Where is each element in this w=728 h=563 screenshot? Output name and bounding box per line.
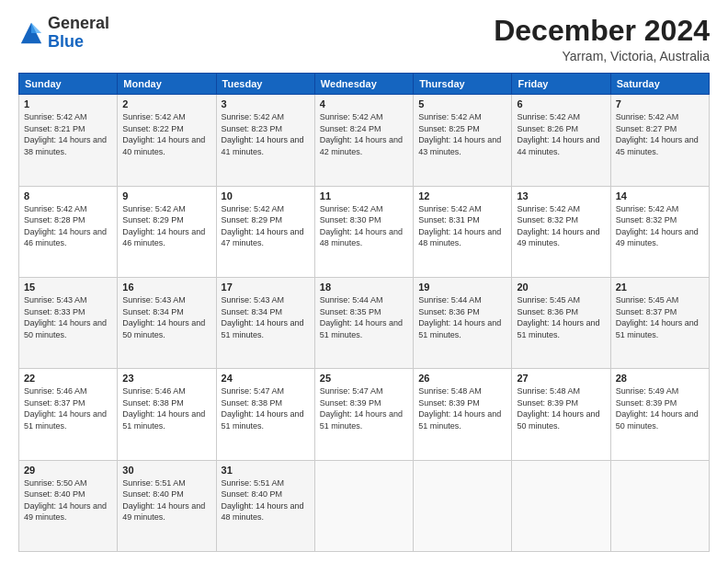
table-row: 5 Sunrise: 5:42 AMSunset: 8:25 PMDayligh… <box>414 95 512 186</box>
table-row: 27 Sunrise: 5:48 AMSunset: 8:39 PMDaylig… <box>512 369 610 460</box>
table-row: 2 Sunrise: 5:42 AMSunset: 8:22 PMDayligh… <box>118 95 216 186</box>
table-row: 20 Sunrise: 5:45 AMSunset: 8:36 PMDaylig… <box>512 277 610 368</box>
table-row: 22 Sunrise: 5:46 AMSunset: 8:37 PMDaylig… <box>19 369 118 460</box>
table-row: 24 Sunrise: 5:47 AMSunset: 8:38 PMDaylig… <box>216 369 314 460</box>
col-monday: Monday <box>118 74 216 95</box>
table-row: 23 Sunrise: 5:46 AMSunset: 8:38 PMDaylig… <box>118 369 216 460</box>
table-row: 17 Sunrise: 5:43 AMSunset: 8:34 PMDaylig… <box>216 277 314 368</box>
table-row: 19 Sunrise: 5:44 AMSunset: 8:36 PMDaylig… <box>414 277 512 368</box>
col-tuesday: Tuesday <box>216 74 314 95</box>
col-thursday: Thursday <box>414 74 512 95</box>
table-row: 6 Sunrise: 5:42 AMSunset: 8:26 PMDayligh… <box>512 95 610 186</box>
table-row: 26 Sunrise: 5:48 AMSunset: 8:39 PMDaylig… <box>414 369 512 460</box>
table-row: 28 Sunrise: 5:49 AMSunset: 8:39 PMDaylig… <box>610 369 709 460</box>
page: General Blue December 2024 Yarram, Victo… <box>0 0 728 563</box>
calendar-row-4: 22 Sunrise: 5:46 AMSunset: 8:37 PMDaylig… <box>19 369 710 460</box>
calendar-row-2: 8 Sunrise: 5:42 AMSunset: 8:28 PMDayligh… <box>19 186 710 277</box>
header: General Blue December 2024 Yarram, Victo… <box>18 15 710 63</box>
logo-icon <box>18 20 44 46</box>
title-block: December 2024 Yarram, Victoria, Australi… <box>494 15 710 63</box>
calendar-row-1: 1 Sunrise: 5:42 AMSunset: 8:21 PMDayligh… <box>19 95 710 186</box>
logo-blue: Blue <box>48 32 84 51</box>
table-row: 30 Sunrise: 5:51 AMSunset: 8:40 PMDaylig… <box>118 460 216 551</box>
logo: General Blue <box>18 15 109 52</box>
table-row: 29 Sunrise: 5:50 AMSunset: 8:40 PMDaylig… <box>19 460 118 551</box>
col-friday: Friday <box>512 74 610 95</box>
table-row: 7 Sunrise: 5:42 AMSunset: 8:27 PMDayligh… <box>610 95 709 186</box>
table-row: 18 Sunrise: 5:44 AMSunset: 8:35 PMDaylig… <box>314 277 413 368</box>
col-wednesday: Wednesday <box>314 74 413 95</box>
logo-text: General Blue <box>48 15 109 52</box>
table-row: 31 Sunrise: 5:51 AMSunset: 8:40 PMDaylig… <box>216 460 314 551</box>
table-row: 10 Sunrise: 5:42 AMSunset: 8:29 PMDaylig… <box>216 186 314 277</box>
month-title: December 2024 <box>494 15 710 47</box>
calendar-row-5: 29 Sunrise: 5:50 AMSunset: 8:40 PMDaylig… <box>19 460 710 551</box>
table-row: 16 Sunrise: 5:43 AMSunset: 8:34 PMDaylig… <box>118 277 216 368</box>
table-row: 1 Sunrise: 5:42 AMSunset: 8:21 PMDayligh… <box>19 95 118 186</box>
table-row <box>610 460 709 551</box>
table-row: 3 Sunrise: 5:42 AMSunset: 8:23 PMDayligh… <box>216 95 314 186</box>
calendar-row-3: 15 Sunrise: 5:43 AMSunset: 8:33 PMDaylig… <box>19 277 710 368</box>
calendar-table: Sunday Monday Tuesday Wednesday Thursday… <box>18 73 710 552</box>
table-row: 14 Sunrise: 5:42 AMSunset: 8:32 PMDaylig… <box>610 186 709 277</box>
table-row: 8 Sunrise: 5:42 AMSunset: 8:28 PMDayligh… <box>19 186 118 277</box>
table-row: 11 Sunrise: 5:42 AMSunset: 8:30 PMDaylig… <box>314 186 413 277</box>
table-row <box>314 460 413 551</box>
col-saturday: Saturday <box>610 74 709 95</box>
location: Yarram, Victoria, Australia <box>494 49 710 63</box>
table-row: 21 Sunrise: 5:45 AMSunset: 8:37 PMDaylig… <box>610 277 709 368</box>
table-row: 4 Sunrise: 5:42 AMSunset: 8:24 PMDayligh… <box>314 95 413 186</box>
svg-marker-1 <box>31 23 41 33</box>
table-row: 15 Sunrise: 5:43 AMSunset: 8:33 PMDaylig… <box>19 277 118 368</box>
calendar-header-row: Sunday Monday Tuesday Wednesday Thursday… <box>19 74 710 95</box>
logo-general: General <box>48 14 109 32</box>
table-row: 25 Sunrise: 5:47 AMSunset: 8:39 PMDaylig… <box>314 369 413 460</box>
table-row <box>512 460 610 551</box>
col-sunday: Sunday <box>19 74 118 95</box>
table-row: 13 Sunrise: 5:42 AMSunset: 8:32 PMDaylig… <box>512 186 610 277</box>
table-row <box>414 460 512 551</box>
table-row: 12 Sunrise: 5:42 AMSunset: 8:31 PMDaylig… <box>414 186 512 277</box>
table-row: 9 Sunrise: 5:42 AMSunset: 8:29 PMDayligh… <box>118 186 216 277</box>
